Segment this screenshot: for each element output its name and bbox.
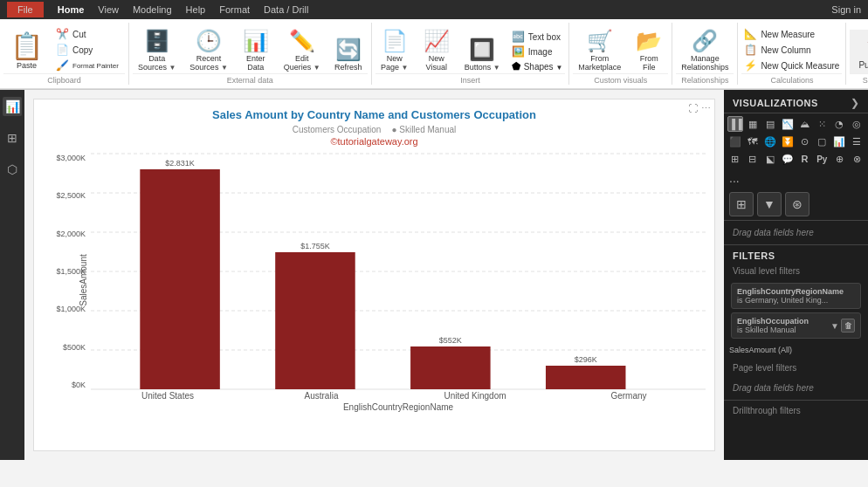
image-button[interactable]: 🖼️ Image	[509, 45, 566, 58]
report-icon[interactable]: 📊	[3, 97, 22, 116]
new-measure-button[interactable]: 📐 New Measure	[741, 27, 842, 41]
viz-table[interactable]: ⊞	[727, 151, 743, 167]
relationships-label: Relationships	[676, 73, 734, 85]
cut-button[interactable]: ✂️ Cut	[53, 27, 121, 41]
buttons-button[interactable]: 🔲 Buttons ▼	[459, 36, 506, 73]
viz-gauge[interactable]: ⊙	[797, 134, 813, 149]
viz-more[interactable]: ...	[724, 171, 868, 189]
text-box-button[interactable]: 🔤 Text box	[509, 30, 566, 44]
viz-area[interactable]: ⛰	[797, 116, 813, 132]
sign-in[interactable]: Sign in	[831, 4, 861, 15]
drill-well-button[interactable]: ⊛	[785, 192, 809, 216]
model-icon[interactable]: ⬡	[3, 160, 22, 179]
viz-stacked-bar[interactable]: ▦	[745, 116, 761, 132]
viz-expand-icon[interactable]: ❯	[851, 97, 859, 109]
viz-matrix[interactable]: ⊟	[745, 151, 761, 167]
filter2-expand[interactable]: ▼	[830, 321, 839, 331]
clipboard-label: Clipboard	[3, 73, 125, 85]
viz-bar-chart[interactable]: ▐▐	[727, 116, 743, 132]
viz-decomp[interactable]: ⊕	[831, 151, 847, 167]
filter-occupation-item[interactable]: EnglishOccupation is Skilled Manual ▼ 🗑	[731, 312, 861, 339]
enter-data-button[interactable]: 📊 EnterData	[237, 27, 275, 73]
viz-slicer[interactable]: ☰	[849, 134, 865, 149]
x-label-uk: United Kingdom	[414, 391, 537, 401]
menu-bar: File Home View Modeling Help Format Data…	[0, 0, 868, 19]
filter-well-button[interactable]: ▼	[757, 192, 782, 216]
page-drag-fields: Drag data fields here	[724, 376, 868, 401]
menu-view[interactable]: View	[98, 4, 119, 15]
left-bar: 📊 ⊞ ⬡	[0, 90, 24, 460]
edit-queries-icon: ✏️	[289, 29, 315, 54]
more-icon[interactable]: ⋯	[701, 103, 711, 114]
expand-icon[interactable]: ⛶	[688, 103, 698, 114]
menu-format[interactable]: Format	[219, 4, 250, 15]
paste-button[interactable]: 📋 Paste	[3, 27, 50, 73]
right-panel: VISUALIZATIONS ❯ ▐▐ ▦ ▤ 📉 ⛰ ⁙ ◔ ◎ ⬛ 🗺 🌐 …	[724, 90, 868, 460]
edit-queries-button[interactable]: ✏️ EditQueries ▼	[279, 27, 326, 73]
viz-waterfall[interactable]: ⬕	[762, 151, 778, 167]
y-tick-2: $1,000K	[56, 305, 86, 313]
filter3-label: SalesAmount (All)	[724, 342, 868, 356]
page-drag-text: Drag data fields here	[733, 383, 859, 393]
filter2-title: EnglishOccupation	[737, 317, 809, 326]
enter-data-icon: 📊	[243, 29, 269, 54]
new-quick-measure-button[interactable]: ⚡ New Quick Measure	[741, 58, 842, 72]
refresh-icon: 🔄	[335, 38, 362, 63]
y-tick-1: $500K	[63, 343, 86, 352]
viz-kpi[interactable]: 📊	[831, 134, 847, 149]
recent-sources-button[interactable]: 🕒 RecentSources ▼	[184, 27, 232, 73]
ribbon-body: 📋 Paste ✂️ Cut 📄 Copy 🖌️	[0, 19, 868, 89]
canvas-area: ⛶ ⋯ Sales Amount by Country Name and Cus…	[24, 90, 724, 460]
buttons-icon: 🔲	[469, 38, 495, 63]
viz-scatter[interactable]: ⁙	[814, 116, 830, 132]
refresh-button[interactable]: 🔄 Refresh	[329, 36, 368, 73]
viz-donut[interactable]: ◎	[849, 116, 865, 132]
shapes-button[interactable]: ⬟ Shapes ▼	[509, 59, 566, 73]
insert-label: Insert	[375, 73, 566, 85]
new-column-button[interactable]: 📋 New Column	[741, 43, 842, 57]
menu-help[interactable]: Help	[186, 4, 206, 15]
cut-icon: ✂️	[56, 28, 69, 40]
ribbon: 📋 Paste ✂️ Cut 📄 Copy 🖌️	[0, 19, 868, 90]
menu-home[interactable]: Home	[58, 4, 85, 15]
from-file-button[interactable]: 📂 FromFile	[630, 27, 668, 73]
external-data-label: External data	[133, 73, 368, 85]
new-visual-icon: 📈	[424, 29, 450, 54]
drag-fields-area: Drag data fields here	[724, 221, 868, 245]
filter2-clear[interactable]: 🗑	[841, 319, 855, 333]
chart-container[interactable]: ⛶ ⋯ Sales Amount by Country Name and Cus…	[33, 99, 715, 451]
from-marketplace-button[interactable]: 🛒 FromMarketplace	[573, 27, 626, 73]
menu-modeling[interactable]: Modeling	[133, 4, 172, 15]
filter-country-item[interactable]: EnglishCountryRegionName is Germany, Uni…	[731, 283, 861, 309]
viz-100-bar[interactable]: ▤	[762, 116, 778, 132]
filter2-value: is Skilled Manual	[737, 326, 809, 334]
data-button[interactable]: 🗄️ Data Sources ▼	[133, 27, 181, 73]
new-page-icon: 📄	[382, 29, 408, 54]
viz-custom[interactable]: ⊗	[849, 151, 865, 167]
new-visual-button[interactable]: 📈 NewVisual	[417, 27, 456, 73]
new-page-button[interactable]: 📄 NewPage ▼	[375, 27, 414, 73]
menu-file[interactable]: File	[7, 2, 44, 17]
publish-button[interactable]: ⬆ Publish	[850, 30, 868, 73]
menu-data-drill[interactable]: Data / Drill	[264, 4, 308, 15]
chart-subtitle: Customers Occupation	[293, 125, 382, 134]
viz-map[interactable]: 🗺	[745, 134, 761, 149]
viz-line[interactable]: 📉	[780, 116, 796, 132]
fields-button[interactable]: ⊞	[729, 192, 754, 216]
copy-button[interactable]: 📄 Copy	[53, 43, 121, 57]
viz-python[interactable]: Py	[814, 151, 830, 167]
viz-card[interactable]: ▢	[814, 134, 830, 149]
viz-treemap[interactable]: ⬛	[727, 134, 743, 149]
svg-text:$2.831K: $2.831K	[165, 159, 195, 168]
format-painter-button[interactable]: 🖌️ Format Painter	[53, 58, 121, 72]
field-wells: ⊞ ▼ ⊛	[724, 189, 868, 221]
viz-r-script[interactable]: R	[797, 151, 813, 167]
viz-funnel[interactable]: ⏬	[780, 134, 796, 149]
viz-filled-map[interactable]: 🌐	[762, 134, 778, 149]
x-label-au: Australia	[260, 391, 383, 401]
viz-header: VISUALIZATIONS ❯	[724, 90, 868, 113]
data-icon-left[interactable]: ⊞	[3, 128, 22, 147]
viz-qa[interactable]: 💬	[780, 151, 796, 167]
manage-relationships-button[interactable]: 🔗 ManageRelationships	[676, 27, 734, 73]
viz-pie[interactable]: ◔	[831, 116, 847, 132]
